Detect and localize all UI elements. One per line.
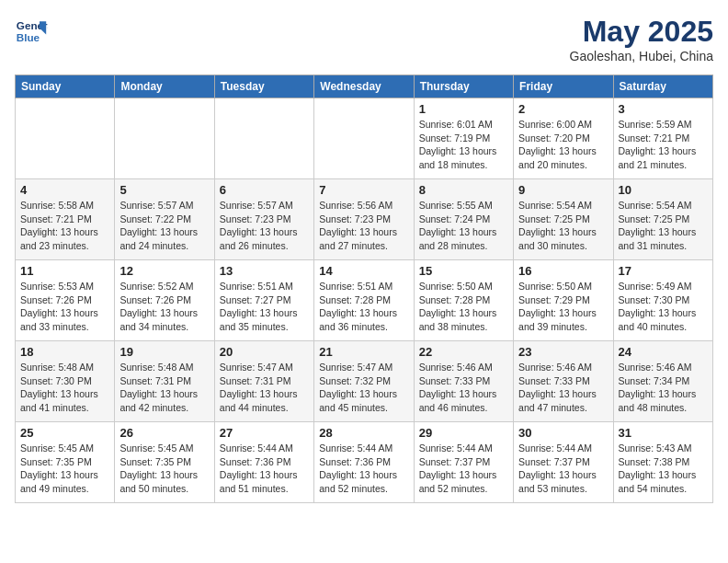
svg-text:Blue: Blue xyxy=(17,31,40,43)
calendar-week-3: 11Sunrise: 5:53 AMSunset: 7:26 PMDayligh… xyxy=(16,260,713,341)
day-info: Sunrise: 5:54 AMSunset: 7:25 PMDaylight:… xyxy=(619,199,708,253)
calendar-cell xyxy=(16,98,115,179)
calendar-cell: 19Sunrise: 5:48 AMSunset: 7:31 PMDayligh… xyxy=(115,341,214,422)
day-info: Sunrise: 5:54 AMSunset: 7:25 PMDaylight:… xyxy=(518,199,608,253)
logo-icon: General Blue xyxy=(15,15,48,48)
day-number: 3 xyxy=(619,102,708,116)
day-info: Sunrise: 5:47 AMSunset: 7:31 PMDaylight:… xyxy=(220,361,309,415)
calendar-cell: 3Sunrise: 5:59 AMSunset: 7:21 PMDaylight… xyxy=(613,98,712,179)
day-number: 13 xyxy=(220,264,309,278)
day-info: Sunrise: 6:01 AMSunset: 7:19 PMDaylight:… xyxy=(419,118,508,172)
calendar-week-2: 4Sunrise: 5:58 AMSunset: 7:21 PMDaylight… xyxy=(16,179,713,260)
calendar-cell: 1Sunrise: 6:01 AMSunset: 7:19 PMDaylight… xyxy=(414,98,513,179)
calendar-cell: 10Sunrise: 5:54 AMSunset: 7:25 PMDayligh… xyxy=(613,179,712,260)
day-info: Sunrise: 5:48 AMSunset: 7:31 PMDaylight:… xyxy=(119,361,209,415)
day-info: Sunrise: 5:43 AMSunset: 7:38 PMDaylight:… xyxy=(619,442,708,496)
day-number: 11 xyxy=(20,264,109,278)
day-number: 12 xyxy=(119,264,209,278)
weekday-header-wednesday: Wednesday xyxy=(314,75,414,98)
day-info: Sunrise: 5:45 AMSunset: 7:35 PMDaylight:… xyxy=(119,442,209,496)
day-info: Sunrise: 5:46 AMSunset: 7:34 PMDaylight:… xyxy=(619,361,708,415)
calendar-cell: 28Sunrise: 5:44 AMSunset: 7:36 PMDayligh… xyxy=(314,422,414,503)
day-info: Sunrise: 5:44 AMSunset: 7:36 PMDaylight:… xyxy=(220,442,309,496)
day-info: Sunrise: 6:00 AMSunset: 7:20 PMDaylight:… xyxy=(518,118,608,172)
day-info: Sunrise: 5:45 AMSunset: 7:35 PMDaylight:… xyxy=(20,442,109,496)
calendar-table: SundayMondayTuesdayWednesdayThursdayFrid… xyxy=(15,75,713,503)
day-number: 1 xyxy=(419,102,508,116)
title-block: May 2025 Gaoleshan, Hubei, China xyxy=(570,15,713,63)
calendar-cell: 27Sunrise: 5:44 AMSunset: 7:36 PMDayligh… xyxy=(214,422,313,503)
day-number: 29 xyxy=(419,426,508,440)
day-info: Sunrise: 5:44 AMSunset: 7:36 PMDaylight:… xyxy=(319,442,408,496)
weekday-header-friday: Friday xyxy=(514,75,613,98)
day-info: Sunrise: 5:58 AMSunset: 7:21 PMDaylight:… xyxy=(20,199,109,253)
day-info: Sunrise: 5:57 AMSunset: 7:23 PMDaylight:… xyxy=(220,199,309,253)
calendar-cell: 16Sunrise: 5:50 AMSunset: 7:29 PMDayligh… xyxy=(514,260,613,341)
day-number: 10 xyxy=(619,183,708,197)
svg-marker-2 xyxy=(40,21,46,34)
day-info: Sunrise: 5:47 AMSunset: 7:32 PMDaylight:… xyxy=(319,361,408,415)
calendar-cell: 29Sunrise: 5:44 AMSunset: 7:37 PMDayligh… xyxy=(414,422,513,503)
calendar-cell: 21Sunrise: 5:47 AMSunset: 7:32 PMDayligh… xyxy=(314,341,414,422)
calendar-cell: 12Sunrise: 5:52 AMSunset: 7:26 PMDayligh… xyxy=(115,260,214,341)
calendar-cell: 18Sunrise: 5:48 AMSunset: 7:30 PMDayligh… xyxy=(16,341,115,422)
calendar-header: SundayMondayTuesdayWednesdayThursdayFrid… xyxy=(16,75,713,98)
day-number: 23 xyxy=(518,345,608,359)
day-number: 21 xyxy=(319,345,408,359)
weekday-header-saturday: Saturday xyxy=(613,75,712,98)
calendar-cell: 11Sunrise: 5:53 AMSunset: 7:26 PMDayligh… xyxy=(16,260,115,341)
weekday-header-sunday: Sunday xyxy=(16,75,115,98)
month-title: May 2025 xyxy=(570,15,713,49)
calendar-cell: 20Sunrise: 5:47 AMSunset: 7:31 PMDayligh… xyxy=(214,341,313,422)
day-info: Sunrise: 5:44 AMSunset: 7:37 PMDaylight:… xyxy=(518,442,608,496)
calendar-cell: 4Sunrise: 5:58 AMSunset: 7:21 PMDaylight… xyxy=(16,179,115,260)
calendar-cell: 2Sunrise: 6:00 AMSunset: 7:20 PMDaylight… xyxy=(514,98,613,179)
day-number: 4 xyxy=(20,183,109,197)
day-number: 22 xyxy=(419,345,508,359)
day-number: 31 xyxy=(619,426,708,440)
day-info: Sunrise: 5:51 AMSunset: 7:27 PMDaylight:… xyxy=(220,280,309,334)
calendar-cell: 22Sunrise: 5:46 AMSunset: 7:33 PMDayligh… xyxy=(414,341,513,422)
day-info: Sunrise: 5:50 AMSunset: 7:29 PMDaylight:… xyxy=(518,280,608,334)
day-number: 6 xyxy=(220,183,309,197)
calendar-cell: 23Sunrise: 5:46 AMSunset: 7:33 PMDayligh… xyxy=(514,341,613,422)
day-info: Sunrise: 5:48 AMSunset: 7:30 PMDaylight:… xyxy=(20,361,109,415)
day-number: 5 xyxy=(119,183,209,197)
day-number: 27 xyxy=(220,426,309,440)
calendar-cell: 30Sunrise: 5:44 AMSunset: 7:37 PMDayligh… xyxy=(514,422,613,503)
calendar-week-4: 18Sunrise: 5:48 AMSunset: 7:30 PMDayligh… xyxy=(16,341,713,422)
calendar-cell: 14Sunrise: 5:51 AMSunset: 7:28 PMDayligh… xyxy=(314,260,414,341)
day-number: 14 xyxy=(319,264,408,278)
calendar-cell: 17Sunrise: 5:49 AMSunset: 7:30 PMDayligh… xyxy=(613,260,712,341)
weekday-header-monday: Monday xyxy=(115,75,214,98)
calendar-week-1: 1Sunrise: 6:01 AMSunset: 7:19 PMDaylight… xyxy=(16,98,713,179)
day-number: 30 xyxy=(518,426,608,440)
calendar-cell xyxy=(115,98,214,179)
day-info: Sunrise: 5:46 AMSunset: 7:33 PMDaylight:… xyxy=(518,361,608,415)
day-number: 25 xyxy=(20,426,109,440)
day-number: 18 xyxy=(20,345,109,359)
day-number: 24 xyxy=(619,345,708,359)
weekday-header-thursday: Thursday xyxy=(414,75,513,98)
day-number: 7 xyxy=(319,183,408,197)
day-number: 20 xyxy=(220,345,309,359)
day-number: 17 xyxy=(619,264,708,278)
day-number: 8 xyxy=(419,183,508,197)
day-number: 28 xyxy=(319,426,408,440)
day-info: Sunrise: 5:49 AMSunset: 7:30 PMDaylight:… xyxy=(619,280,708,334)
location-subtitle: Gaoleshan, Hubei, China xyxy=(570,49,713,63)
day-number: 15 xyxy=(419,264,508,278)
day-number: 2 xyxy=(518,102,608,116)
day-info: Sunrise: 5:53 AMSunset: 7:26 PMDaylight:… xyxy=(20,280,109,334)
calendar-week-5: 25Sunrise: 5:45 AMSunset: 7:35 PMDayligh… xyxy=(16,422,713,503)
calendar-cell: 26Sunrise: 5:45 AMSunset: 7:35 PMDayligh… xyxy=(115,422,214,503)
day-info: Sunrise: 5:46 AMSunset: 7:33 PMDaylight:… xyxy=(419,361,508,415)
day-number: 9 xyxy=(518,183,608,197)
day-info: Sunrise: 5:52 AMSunset: 7:26 PMDaylight:… xyxy=(119,280,209,334)
calendar-cell: 31Sunrise: 5:43 AMSunset: 7:38 PMDayligh… xyxy=(613,422,712,503)
calendar-cell: 25Sunrise: 5:45 AMSunset: 7:35 PMDayligh… xyxy=(16,422,115,503)
weekday-header-tuesday: Tuesday xyxy=(214,75,313,98)
day-info: Sunrise: 5:55 AMSunset: 7:24 PMDaylight:… xyxy=(419,199,508,253)
calendar-cell xyxy=(214,98,313,179)
day-number: 26 xyxy=(119,426,209,440)
